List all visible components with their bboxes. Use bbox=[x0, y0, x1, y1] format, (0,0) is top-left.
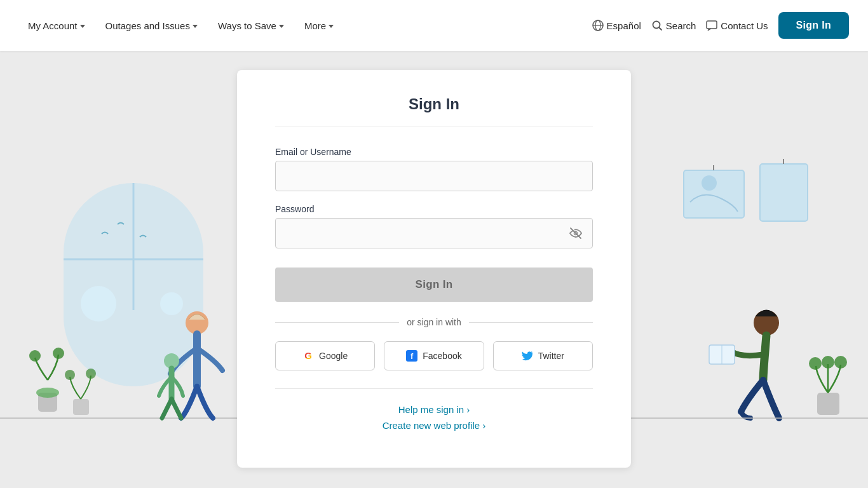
header-signin-button[interactable]: Sign In bbox=[778, 12, 849, 39]
svg-point-3 bbox=[653, 22, 660, 29]
nav-label: My Account bbox=[28, 20, 78, 31]
search-icon bbox=[651, 20, 663, 31]
eye-off-icon bbox=[569, 226, 583, 240]
svg-point-17 bbox=[53, 348, 64, 359]
signin-submit-button[interactable]: Sign In bbox=[275, 268, 593, 302]
twitter-signin-button[interactable]: Twitter bbox=[493, 341, 593, 370]
svg-point-20 bbox=[86, 369, 96, 379]
espanol-link[interactable]: Español bbox=[592, 20, 641, 31]
svg-rect-24 bbox=[760, 164, 808, 221]
signin-card: Sign In Email or Username Password Sign bbox=[237, 70, 631, 468]
twitter-icon bbox=[522, 350, 533, 362]
svg-point-32 bbox=[834, 356, 847, 369]
password-wrapper bbox=[275, 218, 593, 248]
header-right-actions: Español Search Contact Us Sign In bbox=[592, 12, 849, 39]
facebook-signin-button[interactable]: f Facebook bbox=[384, 341, 484, 370]
divider-text: or sign in with bbox=[407, 317, 461, 327]
twitter-label: Twitter bbox=[538, 351, 564, 361]
google-signin-button[interactable]: G Google bbox=[275, 341, 375, 370]
divider-line-left bbox=[275, 322, 399, 323]
password-group: Password bbox=[275, 204, 593, 248]
svg-point-13 bbox=[164, 353, 179, 369]
nav-item-outages[interactable]: Outages and Issues bbox=[97, 15, 207, 36]
nav-label: More bbox=[304, 20, 326, 31]
svg-point-26 bbox=[754, 310, 779, 336]
divider: or sign in with bbox=[275, 317, 593, 327]
svg-rect-14 bbox=[38, 393, 57, 412]
svg-point-33 bbox=[822, 356, 834, 369]
social-buttons: G Google f Facebook Twitter bbox=[275, 341, 593, 370]
illustration-left bbox=[0, 107, 254, 488]
divider-line-right bbox=[469, 322, 593, 323]
svg-rect-5 bbox=[707, 21, 717, 29]
nav-item-my-account[interactable]: My Account bbox=[19, 15, 94, 36]
email-input[interactable] bbox=[275, 161, 593, 191]
contact-link[interactable]: Contact Us bbox=[706, 20, 768, 31]
globe-icon bbox=[592, 20, 604, 31]
google-icon: G bbox=[302, 350, 314, 362]
svg-point-9 bbox=[81, 286, 116, 322]
chat-icon bbox=[706, 20, 717, 31]
svg-rect-21 bbox=[684, 170, 744, 218]
svg-rect-27 bbox=[709, 345, 735, 364]
chevron-down-icon bbox=[279, 25, 284, 28]
email-group: Email or Username bbox=[275, 147, 593, 191]
help-signin-link[interactable]: Help me sign in › bbox=[275, 404, 593, 415]
facebook-label: Facebook bbox=[423, 351, 461, 361]
facebook-icon: f bbox=[406, 350, 417, 362]
password-input[interactable] bbox=[275, 218, 593, 248]
svg-point-22 bbox=[702, 175, 717, 191]
create-profile-link[interactable]: Create new web profile › bbox=[275, 420, 593, 431]
chevron-down-icon bbox=[329, 25, 334, 28]
svg-rect-6 bbox=[64, 183, 203, 386]
svg-point-15 bbox=[36, 388, 59, 398]
chevron-down-icon bbox=[193, 25, 198, 28]
card-title: Sign In bbox=[275, 95, 593, 126]
main-content: Sign In Email or Username Password Sign bbox=[0, 51, 868, 488]
nav-label: Ways to Save bbox=[218, 20, 276, 31]
card-footer: Help me sign in › Create new web profile… bbox=[275, 388, 593, 431]
svg-point-31 bbox=[809, 357, 822, 370]
google-label: Google bbox=[319, 351, 348, 361]
svg-rect-30 bbox=[817, 393, 839, 415]
svg-point-12 bbox=[186, 311, 208, 334]
toggle-password-button[interactable] bbox=[566, 224, 585, 243]
svg-point-10 bbox=[160, 292, 183, 315]
search-link[interactable]: Search bbox=[651, 20, 696, 31]
nav-item-more[interactable]: More bbox=[295, 15, 342, 36]
illustration-right bbox=[627, 107, 868, 488]
password-label: Password bbox=[275, 204, 593, 214]
svg-rect-18 bbox=[73, 399, 89, 415]
email-label: Email or Username bbox=[275, 147, 593, 157]
svg-point-19 bbox=[65, 370, 75, 380]
chevron-down-icon bbox=[80, 25, 85, 28]
nav-label: Outages and Issues bbox=[105, 20, 190, 31]
main-nav: My Account Outages and Issues Ways to Sa… bbox=[19, 15, 342, 36]
nav-item-ways-to-save[interactable]: Ways to Save bbox=[209, 15, 293, 36]
svg-line-4 bbox=[659, 28, 661, 30]
svg-point-16 bbox=[29, 350, 41, 362]
